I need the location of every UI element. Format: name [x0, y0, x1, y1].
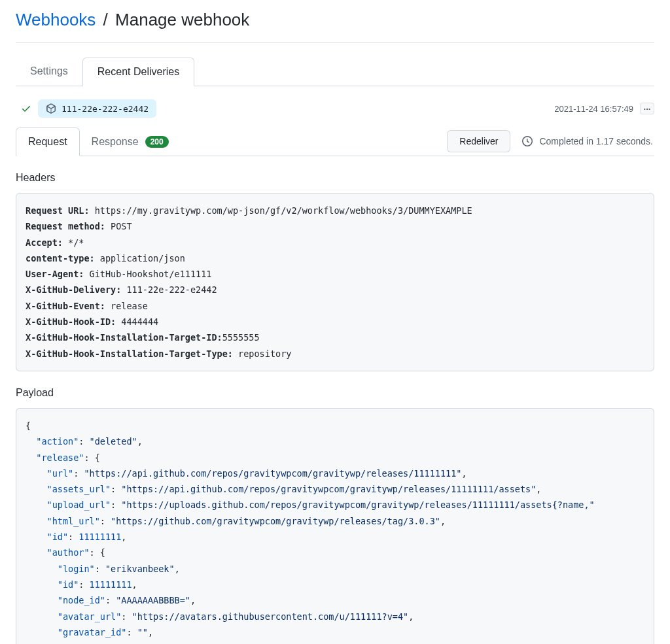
delivery-guid-pill[interactable]: 111-22e-222-e2442: [38, 99, 156, 118]
delivery-left: 111-22e-222-e2442: [21, 99, 156, 118]
completed-duration: Completed in 1.17 seconds.: [522, 136, 653, 146]
tab-response[interactable]: Response 200: [80, 127, 181, 156]
completed-duration-text: Completed in 1.17 seconds.: [539, 136, 653, 146]
success-check-icon: [21, 103, 31, 114]
breadcrumb-parent-link[interactable]: Webhooks: [16, 10, 96, 29]
tab-recent-deliveries[interactable]: Recent Deliveries: [82, 58, 194, 86]
page-title: Manage webhook: [115, 10, 249, 29]
delivery-summary-row: 111-22e-222-e2442 2021-11-24 16:57:49 ··…: [16, 86, 654, 127]
headers-section-title: Headers: [16, 172, 654, 184]
delivery-actions-menu-button[interactable]: ···: [640, 103, 654, 114]
breadcrumb: Webhooks / Manage webhook: [16, 10, 654, 30]
breadcrumb-separator: /: [101, 10, 115, 29]
response-status-badge: 200: [145, 136, 169, 148]
delivery-actions-right: Redeliver Completed in 1.17 seconds.: [447, 130, 654, 152]
page-header: Webhooks / Manage webhook: [16, 0, 654, 42]
package-icon: [46, 103, 56, 114]
delivery-right: 2021-11-24 16:57:49 ···: [554, 103, 654, 114]
main-tabs: Settings Recent Deliveries: [16, 57, 654, 86]
redeliver-button[interactable]: Redeliver: [447, 130, 510, 152]
tab-request[interactable]: Request: [16, 127, 80, 156]
payload-block: { "action": "deleted", "release": { "url…: [16, 408, 654, 644]
tab-settings[interactable]: Settings: [16, 58, 82, 86]
payload-section-title: Payload: [16, 387, 654, 399]
headers-block: Request URL: https://my.gravitywp.com/wp…: [16, 193, 654, 371]
request-response-tabs: Request Response 200: [16, 127, 181, 156]
clock-icon: [522, 136, 533, 146]
tab-response-label: Response: [92, 136, 139, 148]
delivery-timestamp: 2021-11-24 16:57:49: [554, 104, 633, 114]
delivery-guid-text: 111-22e-222-e2442: [62, 104, 149, 114]
request-response-bar: Request Response 200 Redeliver Completed…: [16, 127, 654, 156]
